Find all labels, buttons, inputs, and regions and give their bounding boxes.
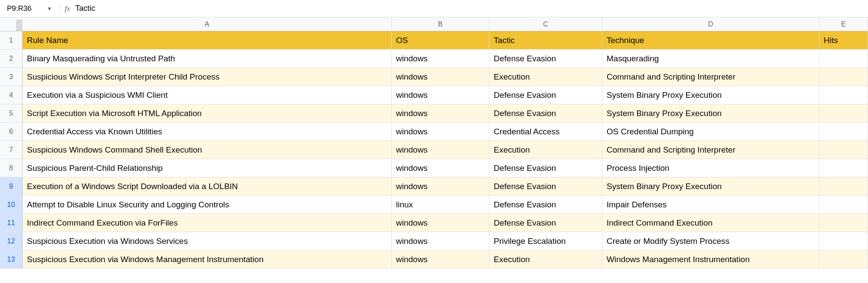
cell-E1[interactable]: Hits — [819, 31, 868, 50]
cell-C11[interactable]: Defense Evasion — [489, 214, 602, 232]
cell-E6[interactable] — [819, 123, 868, 141]
cell-C2[interactable]: Defense Evasion — [489, 50, 602, 68]
cell-C3[interactable]: Execution — [489, 68, 602, 86]
cell-E11[interactable] — [819, 214, 868, 232]
fx-label: fx — [65, 4, 70, 13]
chevron-down-icon[interactable]: ▼ — [47, 6, 52, 12]
cell-A10[interactable]: Attempt to Disable Linux Security and Lo… — [23, 196, 392, 214]
cell-A9[interactable]: Execution of a Windows Script Downloaded… — [23, 177, 392, 196]
cell-D8[interactable]: Process Injection — [602, 159, 819, 177]
cell-D2[interactable]: Masquerading — [602, 50, 819, 68]
cell-B7[interactable]: windows — [392, 141, 489, 159]
cell-C9[interactable]: Defense Evasion — [489, 177, 602, 196]
cell-C1[interactable]: Tactic — [489, 31, 602, 50]
cell-D3[interactable]: Command and Scripting Interpreter — [602, 68, 819, 86]
cell-C5[interactable]: Defense Evasion — [489, 104, 602, 123]
cell-A1[interactable]: Rule Name — [23, 31, 392, 50]
cell-C12[interactable]: Privilege Escalation — [489, 232, 602, 250]
cell-D12[interactable]: Create or Modify System Process — [602, 232, 819, 250]
row-header-12[interactable]: 12 — [0, 232, 23, 250]
divider — [60, 3, 60, 14]
name-box[interactable]: P9:R36 ▼ — [3, 3, 56, 15]
cell-A7[interactable]: Suspicious Windows Command Shell Executi… — [23, 141, 392, 159]
col-header-D[interactable]: D — [602, 17, 819, 31]
row-header-5[interactable]: 5 — [0, 104, 23, 123]
cell-A11[interactable]: Indirect Command Execution via ForFiles — [23, 214, 392, 232]
cell-B4[interactable]: windows — [392, 86, 489, 104]
cell-B12[interactable]: windows — [392, 232, 489, 250]
cell-B6[interactable]: windows — [392, 123, 489, 141]
cell-D9[interactable]: System Binary Proxy Execution — [602, 177, 819, 196]
col-header-B[interactable]: B — [392, 17, 489, 31]
row-header-3[interactable]: 3 — [0, 68, 23, 86]
cell-E9[interactable] — [819, 177, 868, 196]
cell-B10[interactable]: linux — [392, 196, 489, 214]
cell-A13[interactable]: Suspicious Execution via Windows Managem… — [23, 250, 392, 269]
cell-D5[interactable]: System Binary Proxy Execution — [602, 104, 819, 123]
cell-A2[interactable]: Binary Masquerading via Untrusted Path — [23, 50, 392, 68]
col-header-E[interactable]: E — [819, 17, 868, 31]
formula-input[interactable] — [75, 4, 865, 13]
cell-D4[interactable]: System Binary Proxy Execution — [602, 86, 819, 104]
cell-B1[interactable]: OS — [392, 31, 489, 50]
cell-C8[interactable]: Defense Evasion — [489, 159, 602, 177]
cell-E13[interactable] — [819, 250, 868, 269]
row-header-8[interactable]: 8 — [0, 159, 23, 177]
cell-D11[interactable]: Indirect Command Execution — [602, 214, 819, 232]
cell-B9[interactable]: windows — [392, 177, 489, 196]
cell-A6[interactable]: Credential Access via Known Utilities — [23, 123, 392, 141]
select-all-corner[interactable] — [0, 17, 23, 31]
cell-E10[interactable] — [819, 196, 868, 214]
cell-C7[interactable]: Execution — [489, 141, 602, 159]
cell-E5[interactable] — [819, 104, 868, 123]
cell-C13[interactable]: Execution — [489, 250, 602, 269]
cell-B3[interactable]: windows — [392, 68, 489, 86]
cell-E4[interactable] — [819, 86, 868, 104]
row-header-1[interactable]: 1 — [0, 31, 23, 50]
cell-E2[interactable] — [819, 50, 868, 68]
cell-D6[interactable]: OS Credential Dumping — [602, 123, 819, 141]
formula-bar: P9:R36 ▼ fx — [0, 0, 868, 17]
cell-B2[interactable]: windows — [392, 50, 489, 68]
cell-E7[interactable] — [819, 141, 868, 159]
row-header-7[interactable]: 7 — [0, 141, 23, 159]
row-header-6[interactable]: 6 — [0, 123, 23, 141]
cell-D1[interactable]: Technique — [602, 31, 819, 50]
col-header-A[interactable]: A — [23, 17, 392, 31]
cell-C4[interactable]: Defense Evasion — [489, 86, 602, 104]
name-box-value: P9:R36 — [7, 4, 32, 13]
cell-D10[interactable]: Impair Defenses — [602, 196, 819, 214]
row-header-2[interactable]: 2 — [0, 50, 23, 68]
row-header-13[interactable]: 13 — [0, 250, 23, 269]
cell-A5[interactable]: Script Execution via Microsoft HTML Appl… — [23, 104, 392, 123]
row-header-11[interactable]: 11 — [0, 214, 23, 232]
cell-C6[interactable]: Credential Access — [489, 123, 602, 141]
col-header-C[interactable]: C — [489, 17, 602, 31]
cell-D7[interactable]: Command and Scripting Interpreter — [602, 141, 819, 159]
cell-A12[interactable]: Suspicious Execution via Windows Service… — [23, 232, 392, 250]
cell-E8[interactable] — [819, 159, 868, 177]
cell-E12[interactable] — [819, 232, 868, 250]
cell-B13[interactable]: windows — [392, 250, 489, 269]
cell-E3[interactable] — [819, 68, 868, 86]
row-header-4[interactable]: 4 — [0, 86, 23, 104]
cell-A4[interactable]: Execution via a Suspicious WMI Client — [23, 86, 392, 104]
cell-A8[interactable]: Suspicious Parent-Child Relationship — [23, 159, 392, 177]
cell-B11[interactable]: windows — [392, 214, 489, 232]
cell-C10[interactable]: Defense Evasion — [489, 196, 602, 214]
row-header-10[interactable]: 10 — [0, 196, 23, 214]
cell-B8[interactable]: windows — [392, 159, 489, 177]
cell-D13[interactable]: Windows Management Instrumentation — [602, 250, 819, 269]
row-header-9[interactable]: 9 — [0, 177, 23, 196]
spreadsheet-grid: A B C D E 1 Rule Name OS Tactic Techniqu… — [0, 17, 868, 269]
cell-B5[interactable]: windows — [392, 104, 489, 123]
cell-A3[interactable]: Suspicious Windows Script Interpreter Ch… — [23, 68, 392, 86]
